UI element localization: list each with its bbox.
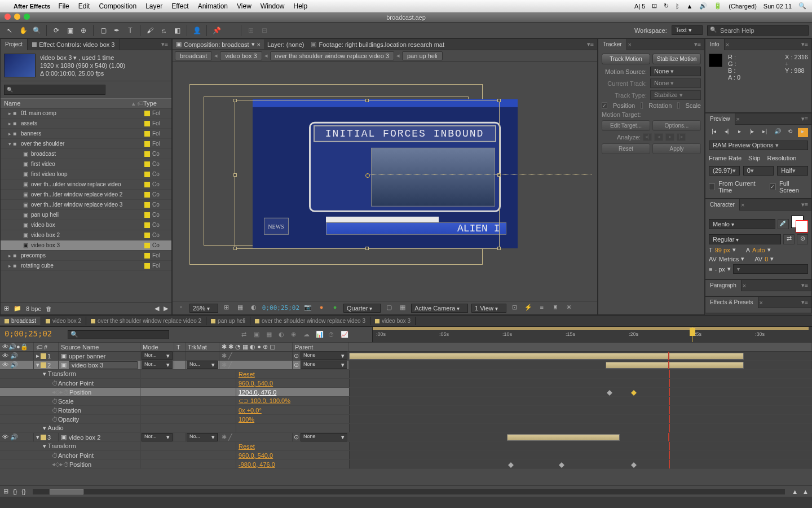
bc-item[interactable]: broadcast (175, 51, 212, 60)
tab-project[interactable]: Project (1, 39, 28, 50)
magnify-icon[interactable]: ▫ (176, 304, 186, 313)
toggle-switches-icon[interactable]: ⊞ (3, 488, 8, 495)
project-search-input[interactable] (4, 85, 105, 95)
bc-item[interactable]: over the shoulder window replace video 3 (270, 51, 394, 60)
puppet-tool-icon[interactable]: 📌 (210, 25, 223, 36)
timeline-layers[interactable]: 👁 🔊▸1▣ upper bannerNor...▾✱ ╱⊙ None▾👁 🔊▾… (0, 352, 812, 485)
shy-icon[interactable]: ▣ (254, 331, 264, 338)
property-group[interactable]: ▾ Audio (0, 424, 812, 433)
track-motion-button[interactable]: Track Motion (602, 54, 650, 64)
help-search-input[interactable]: Search Help (707, 25, 809, 36)
wifi-icon[interactable]: ▲ (686, 3, 692, 10)
bpc-button[interactable]: 8 bpc (26, 305, 41, 312)
ram-preview-icon[interactable]: ▸ (798, 128, 808, 137)
property-group[interactable]: ▾ TransformReset (0, 370, 812, 379)
property-group[interactable]: ▾ TransformReset (0, 442, 812, 451)
pixel-ar-icon[interactable]: ⊡ (510, 304, 520, 313)
toggle-modes-icon[interactable]: {} (13, 488, 17, 495)
timeline-timecode[interactable]: 0;00;25;02 (0, 327, 56, 342)
clock[interactable]: Sun 02 11 (764, 3, 792, 10)
panel-menu-icon[interactable]: ▾≡ (798, 115, 811, 122)
property-row[interactable]: ⏱ Anchor Point960.0, 540.0 (0, 451, 812, 460)
tab-character[interactable]: Character (705, 199, 740, 211)
tab-effect-controls[interactable]: Effect Controls: video box 3 (28, 39, 120, 50)
play-icon[interactable]: ▸ (734, 128, 744, 137)
property-row[interactable]: ⏱ Rotation0x +0.0° (0, 406, 812, 415)
bc-item[interactable]: pan up heli (402, 51, 443, 60)
project-row[interactable]: ▣first videoCo (1, 159, 171, 169)
type-tool-icon[interactable]: T (124, 25, 136, 36)
prev-frame-icon[interactable]: ◂| (722, 128, 732, 137)
timeline-tab[interactable]: over the shoulder window replace video 3 (250, 317, 370, 325)
project-row[interactable]: ▣over th...lder window replace video 3Co (1, 200, 171, 210)
zoom-window-button[interactable] (24, 14, 30, 20)
stabilize-motion-button[interactable]: Stabilize Motion (652, 54, 701, 64)
tab-paragraph[interactable]: Paragraph (705, 280, 742, 291)
mute-icon[interactable]: 🔊 (773, 128, 783, 137)
first-frame-icon[interactable]: |◂ (709, 128, 719, 137)
toggle-in-out-icon[interactable]: {} (21, 488, 25, 495)
hand-tool-icon[interactable]: ✋ (17, 25, 29, 36)
panel-menu-icon[interactable]: ▾≡ (798, 41, 811, 48)
comp-panel-menu-icon[interactable]: ▾≡ (584, 41, 597, 48)
resolution-dropdown[interactable]: Quarter ▾ (343, 304, 381, 313)
new-folder-icon[interactable]: 📁 (14, 305, 21, 312)
skip-dropdown[interactable]: 0▾ (743, 166, 774, 176)
project-row[interactable]: ▸■precompsFol (1, 251, 171, 261)
project-row[interactable]: ▣over th...lder window replace video 2Co (1, 190, 171, 200)
font-style-dropdown[interactable]: Regular ▾ (709, 234, 781, 244)
property-row[interactable]: ⏱ Anchor Point960.0, 540.0 (0, 379, 812, 388)
snapshot-icon[interactable]: 📷 (303, 304, 313, 313)
rotate-tool-icon[interactable]: ⟳ (50, 25, 63, 36)
project-row[interactable]: ▣video box 2Co (1, 230, 171, 240)
volume-icon[interactable]: 🔊 (699, 2, 707, 10)
zoom-in-icon[interactable]: ▲ (802, 488, 809, 495)
property-row[interactable]: ◂◇▸⏱ Position1204.0, 476.0 (0, 388, 812, 397)
panel-menu-icon[interactable]: ▾≡ (798, 282, 811, 289)
leading-value[interactable]: Auto (752, 247, 765, 253)
eraser-tool-icon[interactable]: ◧ (171, 25, 183, 36)
layer-row[interactable]: 👁 🔊▾3▣ video box 2Nor...▾No...▾✱ ╱⊙ None… (0, 433, 812, 442)
timeline-icon[interactable]: ≡ (537, 304, 547, 313)
bc-item[interactable]: video box 3 (220, 51, 262, 60)
menu-composition[interactable]: Composition (99, 2, 136, 10)
camera-dropdown[interactable]: Active Camera ▾ (411, 304, 468, 313)
flowchart-icon[interactable]: ♜ (550, 304, 561, 313)
views-dropdown[interactable]: 1 View ▾ (471, 304, 506, 313)
menu-window[interactable]: Window (261, 2, 285, 10)
graph-icon[interactable]: 📊 (316, 331, 326, 338)
kerning-dropdown[interactable]: Metrics (719, 256, 739, 262)
stroke-value[interactable]: - px (714, 266, 725, 273)
sync-icon[interactable]: ↻ (664, 2, 669, 10)
project-row[interactable]: ▣video boxCo (1, 220, 171, 230)
project-row[interactable]: ▣pan up heliCo (1, 210, 171, 220)
property-row[interactable]: ⏱ Opacity100% (0, 415, 812, 424)
panel-menu-icon[interactable]: ▾≡ (798, 299, 811, 306)
timeline-tab[interactable]: pan up heli (206, 317, 250, 325)
panel-menu-icon[interactable]: ▾≡ (691, 41, 704, 48)
tab-tracker[interactable]: Tracker (598, 39, 627, 50)
menu-help[interactable]: Help (294, 2, 308, 10)
tab-preview[interactable]: Preview (705, 113, 735, 125)
switch-icon[interactable]: ⇄ (241, 331, 251, 338)
bluetooth-icon[interactable]: ᛒ (676, 3, 679, 10)
layer-row[interactable]: 👁 🔊▾2▣ video box 3Nor...▾No...▾✱ ╱⊙ None… (0, 361, 812, 370)
color-swatches[interactable] (791, 216, 808, 233)
menu-effect[interactable]: Effect (171, 2, 188, 10)
rotation-checkbox[interactable] (641, 102, 643, 109)
tracking-value[interactable]: 0 (765, 256, 768, 262)
menu-file[interactable]: File (58, 2, 69, 10)
workspace-dropdown[interactable]: Text ▾ (672, 25, 703, 35)
project-row[interactable]: ▣video box 3Co (1, 240, 171, 251)
menu-animation[interactable]: Animation (198, 2, 228, 10)
exposure-icon[interactable]: ☀ (564, 304, 574, 313)
channel-icon[interactable]: ● (316, 304, 326, 313)
scale-checkbox[interactable] (677, 102, 679, 109)
3d-icon[interactable]: ▦ (266, 331, 276, 338)
preview-res-dropdown[interactable]: Half▾ (777, 166, 808, 176)
eyedropper-icon[interactable]: 💉 (778, 219, 789, 229)
minimize-window-button[interactable] (14, 14, 20, 20)
dotted-square-icon[interactable]: ⊡ (652, 2, 657, 10)
project-row[interactable]: ▣first video loopCo (1, 169, 171, 179)
project-row[interactable]: ▣broadcastCo (1, 149, 171, 159)
